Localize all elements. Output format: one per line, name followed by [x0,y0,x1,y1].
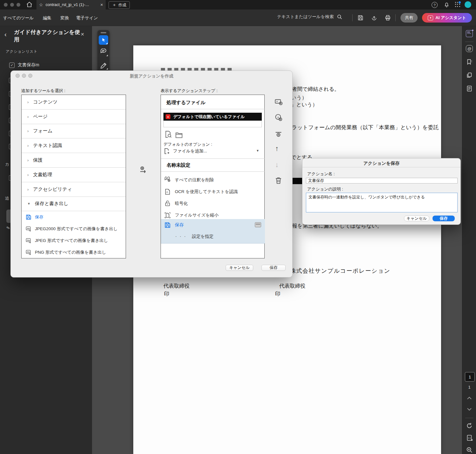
action-description-textarea[interactable]: 文書保存時の一連動作を設定し、ワンボタンで呼び出しができる [306,193,458,212]
tool-category-text-recognition[interactable]: ›テキスト認識 [22,138,126,153]
divider [465,42,473,42]
help-icon[interactable]: ? [432,2,438,8]
apps-grid-icon[interactable] [455,2,460,7]
draw-tool-button[interactable] [100,62,107,70]
page-up-icon[interactable] [467,396,472,400]
action-item-label: 文書保存m [18,62,39,68]
add-divider-icon[interactable] [274,130,283,138]
step-label: ファイルサイズを縮小 [175,212,219,218]
svg-text:A: A [166,191,168,194]
tool-category-forms[interactable]: ›フォーム [22,124,126,139]
document-tab[interactable]: ☆ contract_rst_jp_v1 (1)-… ✕ [36,0,106,10]
menu-convert[interactable]: 変換 [60,15,69,21]
save-dialog-title: アクションを保存 [302,161,460,166]
plus-icon: ＋ [112,2,116,8]
svg-text:1:1: 1:1 [468,437,471,439]
avatar[interactable] [465,1,471,8]
dropdown-caret-icon[interactable]: ▼ [256,149,259,152]
divider [395,14,396,21]
create-tab-button[interactable]: ＋ 作成 [109,1,130,9]
specify-settings-link[interactable]: ・・・ 設定を指定 [174,234,214,239]
current-file-row[interactable]: ▲ デフォルトで現在開いているファイル [163,113,262,121]
tool-label: PNG 形式ですべての画像を書き出し [35,250,106,255]
rotate-icon[interactable] [466,422,473,429]
bookmarks-icon[interactable] [466,58,473,65]
menu-edit[interactable]: 編集 [43,15,51,21]
step-ocr[interactable]: A OCR を使用してテキストを認識 [161,186,268,197]
menu-esign[interactable]: 電子サイン [76,15,98,21]
upload-cloud-icon[interactable] [371,15,377,21]
select-tool-button[interactable] [99,35,108,45]
tab-close-icon[interactable]: ✕ [100,3,103,7]
search-field[interactable]: テキストまたはツールを検索 [277,14,342,20]
save-dialog-save-button[interactable]: 保存 [433,216,455,221]
add-to-steps-icon[interactable] [139,165,148,175]
folder-icon[interactable] [175,131,183,139]
tool-category-content[interactable]: ›コンテンツ [22,95,126,110]
right-tools-sidebar: ✦ @ 1 1 1:1 [462,26,476,454]
file-list-empty-row[interactable] [163,121,262,127]
zoom-in-icon[interactable] [466,446,473,453]
close-icon[interactable]: ✕ [81,32,84,37]
tool-category-accessibility[interactable]: ›アクセシビリティ [22,182,126,197]
current-page-box[interactable]: 1 [465,372,475,382]
action-list-label: アクションリスト [6,49,38,54]
add-instruction-icon[interactable] [274,97,283,106]
ai-assistant-button[interactable]: ✦ AI アシスタント [422,13,472,23]
tool-save[interactable]: 保存 [22,211,126,223]
ai-assistant-icon[interactable]: ✦ [466,30,473,37]
notifications-bell-icon[interactable] [444,2,450,8]
save-button[interactable]: 保存 [261,265,286,271]
add-file-dropdown[interactable]: ファイルを追加... [163,148,207,155]
save-step-selected-row[interactable]: 保存 ・・・ 設定を指定 [161,219,265,244]
move-up-icon[interactable]: ↑ [275,144,279,153]
page-down-icon[interactable] [467,407,472,411]
tool-label: JPEG2000 形式ですべての画像を書き出し [35,226,118,232]
pages-icon[interactable] [466,72,473,79]
step-delete-comments[interactable]: すべての注釈を削除 [161,174,268,186]
back-chevron-icon[interactable]: ‹ [4,31,7,37]
window-minimize-button[interactable] [10,3,14,7]
save-icon[interactable] [357,15,364,21]
tools-list: ›コンテンツ ›ページ ›フォーム ›テキスト認識 ›保護 ›文書処理 ›アクセ… [21,95,126,258]
tool-category-pages[interactable]: ›ページ [22,110,126,124]
print-icon[interactable] [385,15,391,21]
divider [465,418,473,418]
create-tab-label: 作成 [118,3,126,8]
checkbox-icon[interactable]: ✓ [9,63,15,68]
trash-icon[interactable] [274,177,282,184]
tool-category-save-export[interactable]: ▼保存と書き出し [22,197,126,211]
settings-panel-icon[interactable] [255,222,261,227]
step-encrypt[interactable]: 暗号化 [161,197,268,209]
search-icon[interactable] [337,14,342,20]
menu-all-tools[interactable]: すべてのツール [3,15,34,21]
actual-size-icon[interactable]: 1:1 [466,434,473,441]
home-icon[interactable] [26,1,33,8]
chevron-right-icon: › [27,143,29,148]
comment-tool-button[interactable] [100,49,107,56]
document-text-line: いう） [291,94,307,101]
drag-handle[interactable] [101,32,106,33]
window-zoom-button[interactable] [17,3,20,7]
thumbnails-icon[interactable] [466,85,473,92]
tool-export-jpeg[interactable]: JPEG 形式ですべての画像を書き出し [22,235,126,246]
tool-category-protect[interactable]: ›保護 [22,153,126,168]
action-name-input[interactable]: 文書保存 [306,178,458,184]
favorite-star-icon[interactable]: ☆ [39,2,43,7]
add-info-icon[interactable] [274,113,283,122]
share-button[interactable]: 共有 [400,13,418,23]
preview-file-icon[interactable] [164,130,172,138]
add-file-label: ファイルを追加... [173,148,207,154]
action-list-item[interactable]: ✓ 文書保存m [9,62,39,68]
tool-category-document-processing[interactable]: ›文書処理 [22,168,126,182]
step-label: OCR を使用してテキストを認識 [175,189,238,195]
save-dialog-cancel-button[interactable]: キャンセル [404,216,429,221]
comments-icon[interactable]: @ [466,45,473,52]
document-text-line: 者間で締結される。 [292,86,340,93]
cancel-button[interactable]: キャンセル [226,265,253,271]
tool-export-png[interactable]: PNG 形式ですべての画像を書き出し [22,246,126,258]
clipped-button [6,210,10,223]
move-down-icon[interactable]: ↓ [275,161,279,169]
window-close-button[interactable] [4,3,8,7]
tool-export-jpeg2000[interactable]: JPEG2000 形式ですべての画像を書き出し [22,223,126,235]
